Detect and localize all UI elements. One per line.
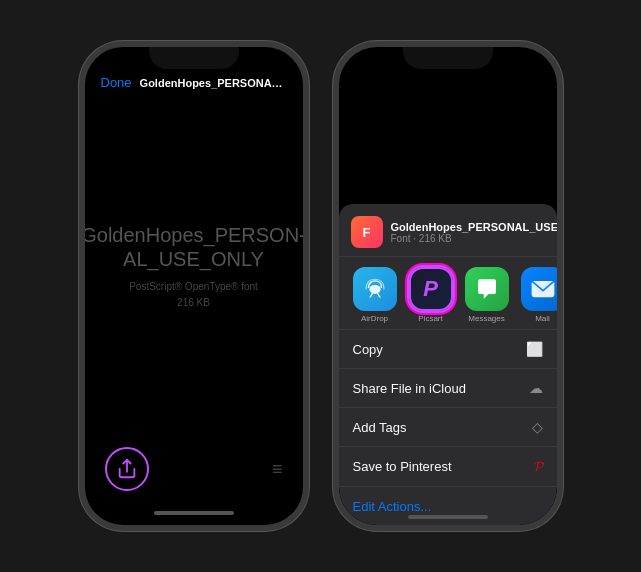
app-mail[interactable]: Mail	[517, 267, 557, 323]
messages-icon	[474, 276, 500, 302]
list-icon[interactable]: ≡	[272, 459, 283, 480]
share-sheet: F GoldenHopes_PERSONAL_USE_ONLY Font · 2…	[339, 204, 557, 525]
save-pinterest-label: Save to Pinterest	[353, 459, 452, 474]
share-icloud-item[interactable]: Share File in iCloud ☁	[339, 368, 557, 407]
file-icon: F	[351, 216, 383, 248]
notch-right	[403, 47, 493, 69]
icloud-icon: ☁	[529, 380, 543, 396]
airdrop-icon	[362, 276, 388, 302]
add-tags-item[interactable]: Add Tags ◇	[339, 407, 557, 446]
right-phone: F GoldenHopes_PERSONAL_USE_ONLY Font · 2…	[333, 41, 563, 531]
mail-label: Mail	[535, 314, 550, 323]
picsart-icon: P	[423, 276, 438, 302]
airdrop-icon-wrap	[353, 267, 397, 311]
app-picsart[interactable]: P Picsart	[405, 267, 457, 323]
picsart-label: Picsart	[418, 314, 442, 323]
home-indicator	[154, 511, 234, 515]
share-icloud-label: Share File in iCloud	[353, 381, 466, 396]
font-meta: PostScript® OpenType® font 216 KB	[129, 279, 258, 311]
share-file-sub: Font · 216 KB	[391, 233, 557, 244]
pinterest-icon: 𝓟	[534, 458, 543, 475]
apps-row: AirDrop P Picsart Messages	[339, 257, 557, 329]
app-messages[interactable]: Messages	[461, 267, 513, 323]
add-tags-label: Add Tags	[353, 420, 407, 435]
font-name: GoldenHopes_PERSON- AL_USE_ONLY	[85, 223, 303, 271]
share-file-title: GoldenHopes_PERSONAL_USE_ONLY	[391, 221, 557, 233]
share-header-text: GoldenHopes_PERSONAL_USE_ONLY Font · 216…	[391, 221, 557, 244]
copy-icon: ⬜	[526, 341, 543, 357]
bottom-bar: ≡	[85, 437, 303, 511]
share-button[interactable]	[105, 447, 149, 491]
font-preview: GoldenHopes_PERSON- AL_USE_ONLY PostScri…	[85, 96, 303, 437]
notch	[149, 47, 239, 69]
share-icon	[116, 458, 138, 480]
share-header: F GoldenHopes_PERSONAL_USE_ONLY Font · 2…	[339, 204, 557, 257]
copy-item[interactable]: Copy ⬜	[339, 329, 557, 368]
copy-label: Copy	[353, 342, 383, 357]
messages-label: Messages	[468, 314, 504, 323]
edit-actions-link[interactable]: Edit Actions...	[353, 499, 432, 514]
app-airdrop[interactable]: AirDrop	[349, 267, 401, 323]
tag-icon: ◇	[532, 419, 543, 435]
save-pinterest-item[interactable]: Save to Pinterest 𝓟	[339, 446, 557, 486]
left-screen: Done GoldenHopes_PERSONAL_USE_ONLY (... …	[85, 47, 303, 525]
picsart-icon-wrap: P	[409, 267, 453, 311]
airdrop-label: AirDrop	[361, 314, 388, 323]
right-screen: F GoldenHopes_PERSONAL_USE_ONLY Font · 2…	[339, 47, 557, 525]
edit-actions[interactable]: Edit Actions...	[339, 486, 557, 525]
left-phone: Done GoldenHopes_PERSONAL_USE_ONLY (... …	[79, 41, 309, 531]
mail-icon-wrap	[521, 267, 557, 311]
home-indicator-right	[408, 515, 488, 519]
done-button[interactable]: Done	[101, 75, 132, 90]
file-title: GoldenHopes_PERSONAL_USE_ONLY (...	[140, 77, 287, 89]
messages-icon-wrap	[465, 267, 509, 311]
mail-icon	[530, 279, 556, 299]
